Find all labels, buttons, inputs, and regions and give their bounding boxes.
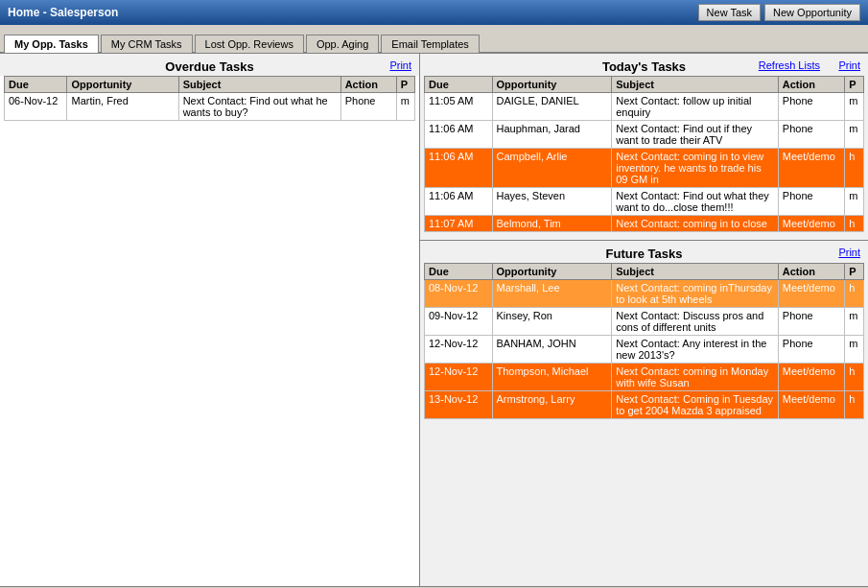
cell-due: 11:05 AM [425,93,493,121]
future-print-link[interactable]: Print [838,247,860,258]
cell-subject: Next Contact: Any interest in the new 20… [612,336,779,364]
cell-due: 11:07 AM [425,216,493,232]
cell-action: Meet/demo [778,149,844,188]
cell-subject: Next Contact: Find out if they want to t… [612,121,779,149]
future-tasks-header: Future Tasks Print [420,241,868,263]
todays-col-p: P [845,77,864,93]
cell-subject: Next Contact: coming in to view inventor… [612,149,779,188]
cell-action: Meet/demo [778,216,844,232]
cell-opportunity: Kinsey, Ron [492,308,612,336]
future-col-p: P [845,264,864,280]
todays-col-opportunity: Opportunity [492,77,612,93]
cell-action: Meet/demo [778,280,844,308]
new-opportunity-button[interactable]: New Opportunity [764,4,860,21]
overdue-col-p: P [396,77,414,93]
overdue-col-due: Due [5,77,67,93]
overdue-col-opportunity: Opportunity [67,77,178,93]
todays-tasks-table: Due Opportunity Subject Action P 11:05 A… [424,76,864,232]
cell-p: m [845,188,864,216]
future-col-subject: Subject [612,264,779,280]
todays-tasks-title: Today's Tasks [602,59,686,74]
tab-my-crm-tasks[interactable]: My CRM Tasks [101,35,193,53]
future-col-action: Action [778,264,844,280]
cell-p: m [845,121,864,149]
cell-due: 11:06 AM [425,188,493,216]
cell-opportunity: Marshall, Lee [492,280,612,308]
cell-action: Meet/demo [778,391,844,419]
cell-due: 12-Nov-12 [425,364,493,391]
future-tasks-section: Future Tasks Print Due Opportunity Subje… [420,241,868,586]
table-row[interactable]: 06-Nov-12 Martin, Fred Next Contact: Fin… [5,93,415,121]
future-col-due: Due [425,264,493,280]
cell-subject: Next Contact: Find out what he wants to … [178,93,340,121]
title-bar: Home - Salesperson New Task New Opportun… [0,0,868,25]
table-row[interactable]: 12-Nov-12 BANHAM, JOHN Next Contact: Any… [425,336,864,364]
cell-action: Phone [778,308,844,336]
table-row[interactable]: 09-Nov-12 Kinsey, Ron Next Contact: Disc… [425,308,864,336]
todays-tasks-header: Today's Tasks Refresh Lists Print [420,54,868,76]
cell-p: h [845,280,864,308]
cell-opportunity: BANHAM, JOHN [492,336,612,364]
cell-opportunity: Martin, Fred [67,93,178,121]
table-row[interactable]: 11:06 AM Campbell, Arlie Next Contact: c… [425,149,864,188]
cell-action: Phone [778,336,844,364]
cell-due: 13-Nov-12 [425,391,493,419]
cell-opportunity: DAIGLE, DANIEL [492,93,612,121]
cell-due: 06-Nov-12 [5,93,67,121]
app-title: Home - Salesperson [8,6,118,19]
table-row[interactable]: 11:05 AM DAIGLE, DANIEL Next Contact: fo… [425,93,864,121]
cell-action: Phone [778,93,844,121]
cell-due: 12-Nov-12 [425,336,493,364]
cell-subject: Next Contact: coming in to close [612,216,779,232]
table-row[interactable]: 11:07 AM Belmond, Tim Next Contact: comi… [425,216,864,232]
overdue-col-subject: Subject [178,77,340,93]
cell-action: Phone [778,188,844,216]
cell-opportunity: Hauphman, Jarad [492,121,612,149]
todays-tasks-section: Today's Tasks Refresh Lists Print Due Op… [420,54,868,241]
cell-action: Phone [340,93,396,121]
cell-subject: Next Contact: Find out what they want to… [612,188,779,216]
cell-opportunity: Hayes, Steven [492,188,612,216]
cell-due: 09-Nov-12 [425,308,493,336]
cell-p: h [845,364,864,391]
overdue-print-link[interactable]: Print [389,59,411,71]
cell-due: 11:06 AM [425,149,493,188]
cell-subject: Next Contact: follow up initial enquiry [612,93,779,121]
tab-bar: My Opp. Tasks My CRM Tasks Lost Opp. Rev… [0,25,868,54]
overdue-tasks-table-container: Due Opportunity Subject Action P 06-Nov-… [0,76,419,125]
title-bar-buttons: New Task New Opportunity [698,4,860,21]
overdue-tasks-table: Due Opportunity Subject Action P 06-Nov-… [4,76,415,121]
cell-p: h [845,149,864,188]
refresh-lists-link[interactable]: Refresh Lists [759,59,820,71]
todays-col-subject: Subject [612,77,779,93]
future-tasks-title: Future Tasks [606,247,683,261]
cell-opportunity: Armstrong, Larry [492,391,612,419]
future-col-opportunity: Opportunity [492,264,612,280]
todays-print-link[interactable]: Print [838,59,860,71]
tab-lost-opp-reviews[interactable]: Lost Opp. Reviews [195,35,304,53]
todays-col-due: Due [425,77,493,93]
todays-col-action: Action [778,77,844,93]
table-row[interactable]: 12-Nov-12 Thompson, Michael Next Contact… [425,364,864,391]
cell-p: m [845,336,864,364]
tab-opp-aging[interactable]: Opp. Aging [306,35,379,53]
cell-opportunity: Belmond, Tim [492,216,612,232]
table-row[interactable]: 13-Nov-12 Armstrong, Larry Next Contact:… [425,391,864,419]
tab-my-opp-tasks[interactable]: My Opp. Tasks [4,35,99,53]
left-panel: Overdue Tasks Print Due Opportunity Subj… [0,54,420,586]
cell-p: m [845,93,864,121]
new-task-button[interactable]: New Task [698,4,761,21]
cell-due: 11:06 AM [425,121,493,149]
cell-action: Phone [778,121,844,149]
tab-email-templates[interactable]: Email Templates [381,35,480,53]
right-panel: Today's Tasks Refresh Lists Print Due Op… [420,54,868,586]
overdue-col-action: Action [340,77,396,93]
cell-subject: Next Contact: Coming in Tuesday to get 2… [612,391,779,419]
cell-p: m [845,308,864,336]
cell-p: m [396,93,414,121]
cell-subject: Next Contact: Discuss pros and cons of d… [612,308,779,336]
table-row[interactable]: 08-Nov-12 Marshall, Lee Next Contact: co… [425,280,864,308]
main-content: Overdue Tasks Print Due Opportunity Subj… [0,54,868,586]
table-row[interactable]: 11:06 AM Hayes, Steven Next Contact: Fin… [425,188,864,216]
table-row[interactable]: 11:06 AM Hauphman, Jarad Next Contact: F… [425,121,864,149]
